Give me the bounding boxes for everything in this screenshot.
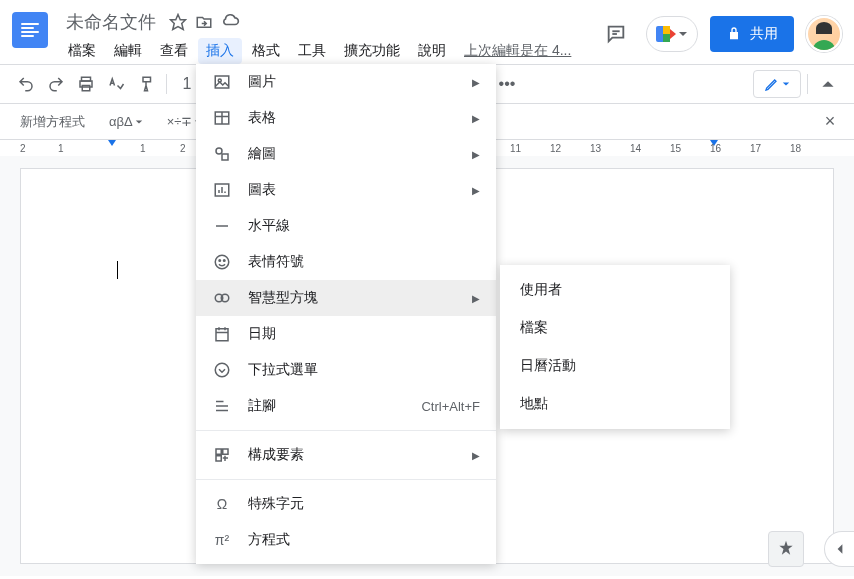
submenu-arrow-icon: ▶ [472,450,480,461]
insert-menu-dropdown: 圖片 ▶ 表格 ▶ 繪圖 ▶ 圖表 ▶ 水平線 表情符號 智慧型方塊 ▶ 日期 … [196,64,496,564]
submenu-arrow-icon: ▶ [472,293,480,304]
menu-tools[interactable]: 工具 [290,38,334,64]
spellcheck-icon[interactable] [102,70,130,98]
svg-rect-33 [216,456,221,461]
svg-marker-0 [171,15,186,30]
insert-smart-chips-item[interactable]: 智慧型方塊 ▶ [196,280,496,316]
cloud-status-icon[interactable] [220,12,240,32]
star-icon[interactable] [168,12,188,32]
dropdown-icon [212,360,232,380]
image-icon [212,72,232,92]
svg-rect-12 [222,154,228,160]
new-equation-button[interactable]: 新增方程式 [12,109,93,135]
paint-format-icon[interactable] [132,70,160,98]
redo-icon[interactable] [42,70,70,98]
editing-mode-button[interactable] [753,70,801,98]
insert-footnote-item[interactable]: 註腳 Ctrl+Alt+F [196,388,496,424]
menu-extensions[interactable]: 擴充功能 [336,38,408,64]
insert-image-item[interactable]: 圖片 ▶ [196,64,496,100]
document-title[interactable]: 未命名文件 [60,8,162,36]
hide-menus-icon[interactable] [814,70,842,98]
more-icon[interactable]: ••• [493,70,521,98]
insert-table-item[interactable]: 表格 ▶ [196,100,496,136]
svg-point-27 [215,363,229,377]
menu-view[interactable]: 查看 [152,38,196,64]
insert-date-item[interactable]: 日期 [196,316,496,352]
share-button[interactable]: 共用 [710,16,794,52]
text-cursor [117,261,118,279]
menu-insert[interactable]: 插入 [198,38,242,64]
menu-label: 表情符號 [248,253,304,271]
smart-chip-place-item[interactable]: 地點 [500,385,730,423]
meet-button[interactable] [646,16,698,52]
menu-label: 日期 [248,325,276,343]
smart-chip-people-item[interactable]: 使用者 [500,271,730,309]
menu-file[interactable]: 檔案 [60,38,104,64]
omega-icon: Ω [212,494,232,514]
smart-chips-submenu: 使用者 檔案 日曆活動 地點 [500,265,730,429]
submenu-arrow-icon: ▶ [472,77,480,88]
insert-equation-item[interactable]: π² 方程式 [196,522,496,558]
greek-letters-button[interactable]: αβΔ [101,110,151,133]
menu-label: 下拉式選單 [248,361,318,379]
menu-label: 方程式 [248,531,290,549]
insert-chart-item[interactable]: 圖表 ▶ [196,172,496,208]
insert-dropdown-item[interactable]: 下拉式選單 [196,352,496,388]
svg-point-19 [219,260,221,262]
footnote-icon [212,396,232,416]
share-label: 共用 [750,25,778,43]
menu-label: 繪圖 [248,145,276,163]
close-equation-bar-icon[interactable]: × [818,110,842,134]
show-side-panel-button[interactable] [824,531,854,567]
pencil-icon [764,76,780,92]
drawing-icon [212,144,232,164]
insert-emoji-item[interactable]: 表情符號 [196,244,496,280]
smart-chips-icon [212,288,232,308]
insert-drawing-item[interactable]: 繪圖 ▶ [196,136,496,172]
menu-label: 圖表 [248,181,276,199]
menu-help[interactable]: 說明 [410,38,454,64]
smart-chip-calendar-item[interactable]: 日曆活動 [500,347,730,385]
menu-label: 註腳 [248,397,276,415]
menu-format[interactable]: 格式 [244,38,288,64]
docs-logo[interactable] [12,12,48,48]
submenu-arrow-icon: ▶ [472,185,480,196]
shortcut-label: Ctrl+Alt+F [421,399,480,414]
menu-label: 構成要素 [248,446,304,464]
svg-rect-32 [223,449,228,454]
pi-icon: π² [212,530,232,550]
hline-icon [212,216,232,236]
chart-icon [212,180,232,200]
menu-edit[interactable]: 編輯 [106,38,150,64]
submenu-arrow-icon: ▶ [472,149,480,160]
explore-button[interactable] [768,531,804,567]
print-icon[interactable] [72,70,100,98]
menu-separator [196,479,496,480]
menu-separator [196,430,496,431]
menu-label: 特殊字元 [248,495,304,513]
insert-special-chars-item[interactable]: Ω 特殊字元 [196,486,496,522]
insert-building-blocks-item[interactable]: 構成要素 ▶ [196,437,496,473]
insert-hline-item[interactable]: 水平線 [196,208,496,244]
undo-icon[interactable] [12,70,40,98]
move-icon[interactable] [194,12,214,32]
svg-rect-6 [215,76,229,88]
menu-label: 智慧型方塊 [248,289,318,307]
menu-label: 圖片 [248,73,276,91]
comment-history-icon[interactable] [598,16,634,52]
svg-rect-23 [216,329,228,341]
account-avatar[interactable] [806,16,842,52]
smart-chip-file-item[interactable]: 檔案 [500,309,730,347]
menu-label: 表格 [248,109,276,127]
svg-rect-31 [216,449,221,454]
svg-point-18 [215,255,229,269]
date-icon [212,324,232,344]
svg-point-20 [224,260,226,262]
table-icon [212,108,232,128]
last-edit-link[interactable]: 上次編輯是在 4... [464,42,571,60]
chevron-down-icon [782,80,790,88]
menu-label: 水平線 [248,217,290,235]
svg-point-11 [216,148,222,154]
building-blocks-icon [212,445,232,465]
emoji-icon [212,252,232,272]
